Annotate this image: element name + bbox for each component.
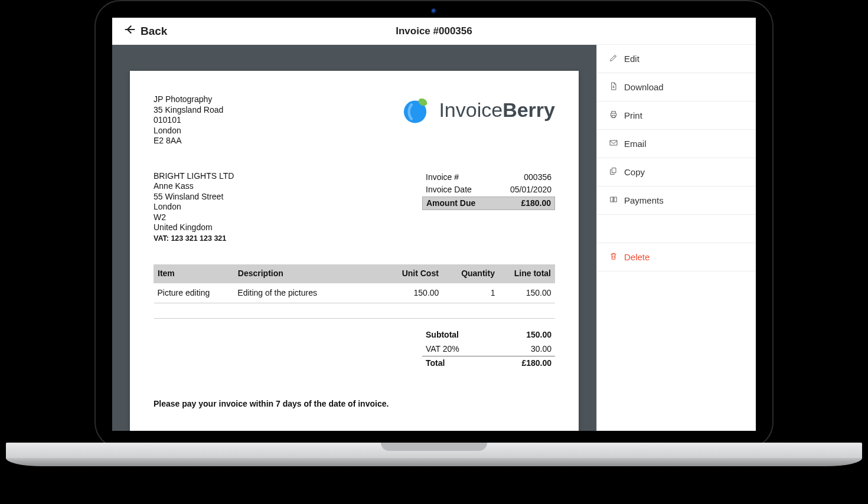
meta-row-number: Invoice # 000356 bbox=[422, 171, 555, 184]
cell-description: Editing of the pictures bbox=[234, 283, 386, 303]
action-label: Payments bbox=[624, 195, 664, 205]
cell-quantity: 1 bbox=[442, 283, 498, 303]
col-quantity: Quantity bbox=[442, 265, 498, 283]
action-label: Print bbox=[624, 110, 642, 120]
app-root: Back Invoice #000356 JP Photography 35 K… bbox=[112, 18, 756, 431]
totals-vat: VAT 20% 30.00 bbox=[422, 342, 555, 356]
from-code: 010101 bbox=[154, 115, 223, 126]
brand-logo: InvoiceBerry bbox=[400, 94, 555, 125]
download-icon bbox=[609, 81, 618, 93]
action-email[interactable]: Email bbox=[597, 130, 756, 158]
cell-item: Picture editing bbox=[154, 283, 234, 303]
brand-part2: Berry bbox=[502, 99, 555, 121]
action-edit[interactable]: Edit bbox=[597, 45, 756, 73]
bill-vat: VAT: 123 321 123 321 bbox=[154, 234, 234, 244]
document-header: JP Photography 35 Kingsland Road 010101 … bbox=[154, 94, 555, 146]
brand-part1: Invoice bbox=[439, 99, 502, 121]
totals-subtotal: Subtotal 150.00 bbox=[422, 328, 555, 342]
page-title: Invoice #000356 bbox=[112, 25, 756, 37]
meta-row-due: Amount Due £180.00 bbox=[422, 197, 555, 211]
bill-company: BRIGHT LIGHTS LTD bbox=[154, 171, 234, 182]
laptop-lid: Back Invoice #000356 JP Photography 35 K… bbox=[94, 0, 774, 449]
bill-postcode: W2 bbox=[154, 212, 234, 223]
col-line-total: Line total bbox=[498, 265, 554, 283]
col-unit-cost: Unit Cost bbox=[386, 265, 442, 283]
meta-date-value: 05/01/2020 bbox=[510, 185, 552, 195]
bill-city: London bbox=[154, 202, 234, 212]
workspace: JP Photography 35 Kingsland Road 010101 … bbox=[112, 45, 756, 431]
table-header-row: Item Description Unit Cost Quantity Line… bbox=[154, 265, 555, 283]
from-street: 35 Kingsland Road bbox=[154, 105, 223, 116]
action-print[interactable]: Print bbox=[597, 102, 756, 130]
camera-dot bbox=[431, 8, 437, 14]
back-label: Back bbox=[141, 25, 167, 38]
back-button[interactable]: Back bbox=[112, 18, 179, 44]
line-items-table: Item Description Unit Cost Quantity Line… bbox=[154, 264, 555, 319]
from-address: JP Photography 35 Kingsland Road 010101 … bbox=[154, 94, 223, 146]
trash-icon bbox=[609, 251, 618, 263]
action-label: Delete bbox=[624, 252, 650, 262]
email-icon bbox=[609, 138, 618, 149]
action-spacer bbox=[597, 215, 756, 243]
cell-unit-cost: 150.00 bbox=[386, 283, 442, 303]
action-label: Edit bbox=[624, 54, 639, 64]
action-download[interactable]: Download bbox=[597, 73, 756, 102]
table-gap-row bbox=[154, 303, 555, 319]
bill-contact: Anne Kass bbox=[154, 181, 234, 192]
meta-due-value: £180.00 bbox=[521, 198, 551, 209]
total-value: £180.00 bbox=[521, 358, 552, 369]
pencil-icon bbox=[609, 53, 618, 64]
laptop-frame: Back Invoice #000356 JP Photography 35 K… bbox=[94, 0, 774, 478]
meta-due-label: Amount Due bbox=[426, 198, 475, 209]
totals-grand: Total £180.00 bbox=[422, 356, 555, 371]
vat-label: VAT 20% bbox=[426, 344, 459, 355]
laptop-base bbox=[6, 443, 862, 478]
document-meta: BRIGHT LIGHTS LTD Anne Kass 55 Winsland … bbox=[154, 171, 555, 244]
print-icon bbox=[609, 110, 618, 121]
subtotal-label: Subtotal bbox=[426, 330, 459, 341]
payment-note: Please pay your invoice within 7 days of… bbox=[154, 399, 555, 410]
action-payments[interactable]: Payments bbox=[597, 186, 756, 215]
meta-date-label: Invoice Date bbox=[426, 185, 472, 195]
action-label: Copy bbox=[624, 167, 645, 177]
vat-value: 30.00 bbox=[531, 344, 552, 355]
bill-country: United Kingdom bbox=[154, 222, 234, 233]
bill-street: 55 Winsland Street bbox=[154, 192, 234, 202]
subtotal-value: 150.00 bbox=[526, 330, 552, 341]
totals-box: Subtotal 150.00 VAT 20% 30.00 Total £180… bbox=[422, 328, 555, 371]
invoice-document: JP Photography 35 Kingsland Road 010101 … bbox=[130, 71, 579, 431]
actions-sidebar: Edit Download Print bbox=[596, 45, 756, 431]
total-label: Total bbox=[426, 358, 445, 369]
arrow-left-icon bbox=[124, 24, 136, 38]
brand-text: InvoiceBerry bbox=[439, 97, 555, 123]
copy-icon bbox=[609, 166, 618, 178]
invoice-meta: Invoice # 000356 Invoice Date 05/01/2020… bbox=[422, 171, 555, 244]
meta-row-date: Invoice Date 05/01/2020 bbox=[422, 184, 555, 197]
table-row: Picture editing Editing of the pictures … bbox=[154, 283, 555, 303]
action-delete[interactable]: Delete bbox=[597, 243, 756, 271]
col-item: Item bbox=[154, 265, 234, 283]
brand-mark-icon bbox=[400, 94, 430, 125]
from-postcode: E2 8AA bbox=[154, 136, 223, 146]
meta-number-label: Invoice # bbox=[426, 172, 459, 183]
cell-line-total: 150.00 bbox=[498, 283, 554, 303]
from-name: JP Photography bbox=[154, 94, 223, 105]
bill-to: BRIGHT LIGHTS LTD Anne Kass 55 Winsland … bbox=[154, 171, 234, 244]
from-city: London bbox=[154, 126, 223, 136]
action-label: Email bbox=[624, 139, 647, 149]
action-label: Download bbox=[624, 82, 664, 92]
col-description: Description bbox=[234, 265, 386, 283]
payments-icon bbox=[609, 195, 618, 206]
action-copy[interactable]: Copy bbox=[597, 158, 756, 186]
topbar: Back Invoice #000356 bbox=[112, 18, 756, 45]
meta-number-value: 000356 bbox=[524, 172, 552, 183]
document-canvas: JP Photography 35 Kingsland Road 010101 … bbox=[112, 45, 596, 431]
